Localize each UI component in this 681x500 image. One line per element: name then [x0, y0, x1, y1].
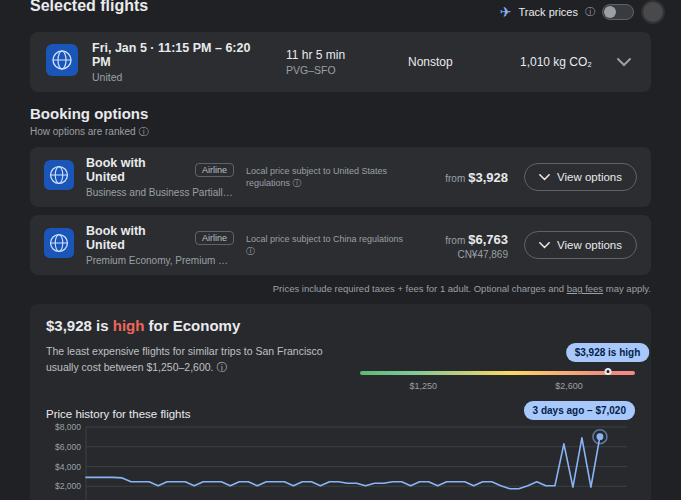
disclaimer-text: may apply.: [603, 283, 651, 294]
flight-emissions-block: 1,010 kg CO₂: [520, 55, 599, 69]
price-history-tooltip: 3 days ago – $7,020: [524, 401, 635, 420]
booking-option-title: Book with United: [86, 224, 187, 252]
united-logo: [46, 44, 78, 80]
svg-text:$2,000: $2,000: [55, 481, 81, 491]
price-block: from$6,763 CN¥47,869: [426, 230, 512, 260]
regulation-note: Local price subject to China regulations…: [246, 233, 414, 257]
price-range-indicator: $3,928 is high $1,250 $2,600: [360, 343, 635, 397]
flight-emissions: 1,010 kg CO₂: [520, 55, 599, 69]
price-disclaimer: Prices include required taxes + fees for…: [30, 283, 651, 294]
price-block: from$3,928: [426, 168, 512, 186]
toggle-knob: [604, 6, 616, 18]
view-options-button[interactable]: View options: [524, 163, 637, 191]
track-prices-area: ✈ Track prices ⓘ: [500, 0, 651, 24]
price-history-chart-wrap: $0$2,000$4,000$6,000$8,00054 day...47 da…: [46, 422, 635, 500]
insights-description: The least expensive flights for similar …: [46, 343, 326, 397]
booking-options-title: Booking options: [30, 105, 651, 122]
flight-datetime-block: Fri, Jan 5 · 11:15 PM – 6:20 PM United: [92, 41, 272, 83]
united-logo: [44, 160, 74, 194]
chevron-down-icon: [539, 242, 550, 249]
svg-text:$8,000: $8,000: [55, 422, 81, 432]
price-value: $6,763: [468, 232, 508, 247]
selected-flight-card[interactable]: Fri, Jan 5 · 11:15 PM – 6:20 PM United 1…: [30, 32, 651, 92]
from-label: from: [445, 173, 465, 184]
airline-chip: Airline: [195, 163, 234, 177]
booking-option-row: Book with United Airline Premium Economy…: [30, 215, 651, 275]
united-logo: [44, 228, 74, 262]
top-bar: Selected flights ✈ Track prices ⓘ: [30, 0, 651, 32]
flight-stops: Nonstop: [408, 55, 506, 69]
booking-option-text: Book with United Airline Premium Economy…: [86, 224, 234, 266]
from-label: from: [445, 235, 465, 246]
view-options-button[interactable]: View options: [524, 231, 637, 259]
insights-price: $3,928 is: [46, 317, 113, 334]
flight-stops-block: Nonstop: [408, 55, 506, 69]
flight-airline: United: [92, 71, 272, 83]
disclaimer-text: Prices include required taxes + fees for…: [273, 283, 567, 294]
avatar[interactable]: [641, 0, 665, 24]
insights-suffix: for Economy: [144, 317, 240, 334]
secondary-price: CN¥47,869: [426, 249, 508, 260]
price-history-chart[interactable]: $0$2,000$4,000$6,000$8,00054 day...47 da…: [46, 422, 635, 500]
track-prices-toggle[interactable]: [602, 4, 634, 20]
track-prices-info-icon[interactable]: ⓘ: [585, 7, 595, 17]
regulation-note: Local price subject to United States reg…: [246, 165, 414, 189]
price-range-marker: [604, 368, 611, 375]
fare-description: Business and Business Partially Refundab…: [86, 187, 234, 198]
price-range-bar: [360, 371, 635, 375]
booking-option-title: Book with United: [86, 156, 187, 184]
price-insights-card: $3,928 is high for Economy The least exp…: [30, 304, 651, 500]
price-value: $3,928: [468, 170, 508, 185]
plane-icon: ✈: [500, 5, 512, 19]
track-prices-label: Track prices: [519, 6, 579, 18]
price-range-tooltip: $3,928 is high: [566, 343, 650, 362]
flight-duration-block: 11 hr 5 min PVG–SFO: [286, 48, 394, 76]
range-high-label: $2,600: [555, 381, 583, 391]
range-low-label: $1,250: [409, 381, 437, 391]
airline-chip: Airline: [195, 231, 234, 245]
view-options-label: View options: [557, 239, 622, 251]
chevron-down-icon: [617, 58, 631, 67]
bag-fees-link[interactable]: bag fees: [567, 283, 603, 294]
fare-description: Premium Economy, Premium Economy Partial…: [86, 255, 234, 266]
booking-option-text: Book with United Airline Business and Bu…: [86, 156, 234, 198]
price-history-label: Price history for these flights: [46, 408, 190, 420]
chevron-down-icon: [539, 174, 550, 181]
expand-flight-button[interactable]: [613, 51, 635, 74]
view-options-label: View options: [557, 171, 622, 183]
svg-text:$4,000: $4,000: [55, 462, 81, 472]
page-title: Selected flights: [30, 0, 148, 15]
svg-text:$6,000: $6,000: [55, 442, 81, 452]
selected-flights-page: Selected flights ✈ Track prices ⓘ Fri, J…: [0, 0, 681, 500]
flight-duration: 11 hr 5 min: [286, 48, 394, 62]
insights-title: $3,928 is high for Economy: [46, 317, 635, 334]
flight-datetime: Fri, Jan 5 · 11:15 PM – 6:20 PM: [92, 41, 272, 69]
how-options-ranked-link[interactable]: How options are ranked ⓘ: [30, 125, 651, 139]
booking-option-row: Book with United Airline Business and Bu…: [30, 147, 651, 207]
insights-level: high: [113, 317, 145, 334]
flight-route: PVG–SFO: [286, 64, 394, 76]
